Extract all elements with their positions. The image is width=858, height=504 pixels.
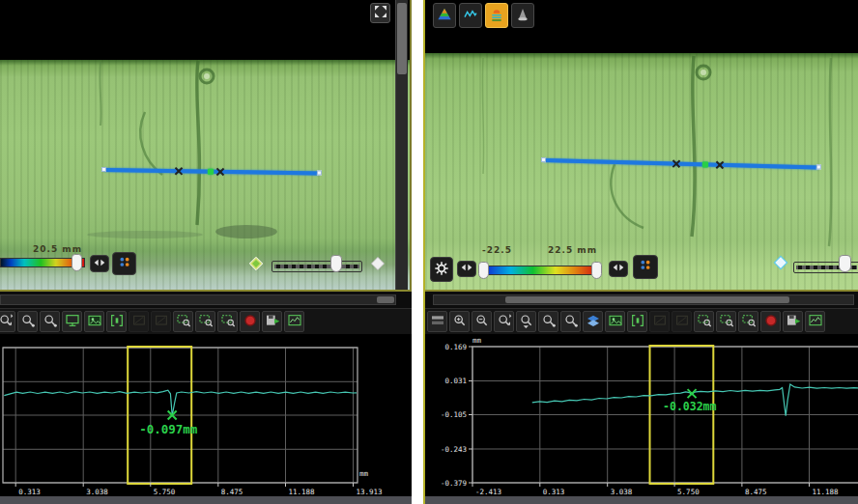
dots-icon xyxy=(638,258,653,276)
fit-screen-button[interactable] xyxy=(62,311,82,332)
measure-x-marker-2[interactable] xyxy=(715,160,725,170)
left-end-diamond[interactable] xyxy=(370,256,388,274)
grid-tool-button[interactable] xyxy=(427,311,447,332)
left-position-slider-thumb[interactable] xyxy=(330,255,342,272)
right-palette-button[interactable] xyxy=(633,255,658,279)
cone-3d-view-button[interactable] xyxy=(511,3,534,28)
zoom-area-button[interactable] xyxy=(560,311,581,332)
measure-x-marker-1[interactable] xyxy=(174,166,184,176)
right-scan-viewport[interactable]: -22.5 22.5 mm xyxy=(425,0,858,292)
height-map-view-button[interactable] xyxy=(433,3,456,28)
zoom-out-button[interactable] xyxy=(472,311,492,332)
right-hscroll-thumb[interactable] xyxy=(505,296,789,303)
magnifier-arrows-icon xyxy=(497,313,512,331)
arrows-h-icon xyxy=(611,260,626,278)
tool-disabled-2-button[interactable] xyxy=(151,311,171,332)
x-tick-label: 13.913 xyxy=(357,488,383,496)
left-vscroll-thumb[interactable] xyxy=(397,3,407,74)
record-button[interactable] xyxy=(760,311,781,332)
left-range-button[interactable] xyxy=(90,255,109,272)
left-vertical-scrollbar[interactable] xyxy=(395,0,408,290)
region-zoom-3-button[interactable] xyxy=(217,311,238,332)
x-tick-label: 5.750 xyxy=(154,488,176,496)
layer-profile-view-button[interactable] xyxy=(485,3,508,28)
export-button[interactable] xyxy=(262,311,282,332)
y-tick-label: 0.031 xyxy=(444,377,467,385)
region-zoom-2-button[interactable] xyxy=(195,311,215,332)
region-zoom-1-button[interactable] xyxy=(694,311,714,332)
y-tick-label: 0.169 xyxy=(444,343,467,351)
region-zoom-1-button[interactable] xyxy=(173,311,193,332)
zoomrect-green-icon xyxy=(719,313,734,331)
left-horizontal-scrollbar[interactable] xyxy=(0,294,396,305)
pan-zoom-button[interactable] xyxy=(494,311,514,332)
measure-x-marker-2[interactable] xyxy=(215,167,225,177)
region-zoom-3-button[interactable] xyxy=(738,311,758,332)
region-zoom-2-button[interactable] xyxy=(716,311,736,332)
x-tick-label: -2.413 xyxy=(475,488,501,496)
measure-endpoint-right[interactable] xyxy=(816,164,821,169)
right-bottom-strip xyxy=(425,496,858,504)
expand-view-button[interactable] xyxy=(370,3,390,23)
right-chart-canvas[interactable]: -0.032mm-2.4130.3133.0385.7508.47511.188… xyxy=(425,335,858,496)
right-color-scale-handle-min[interactable] xyxy=(478,262,489,279)
image-view-button[interactable] xyxy=(84,311,104,332)
right-profile-chart: -0.032mm-2.4130.3133.0385.7508.47511.188… xyxy=(425,335,858,496)
x-tick-label: 5.750 xyxy=(677,488,700,496)
record-button[interactable] xyxy=(240,311,260,332)
left-hscroll-thumb[interactable] xyxy=(377,296,394,303)
frame-view-button[interactable] xyxy=(106,311,127,332)
zoom-area-button[interactable] xyxy=(40,311,60,332)
image-view-button[interactable] xyxy=(605,311,625,332)
measure-endpoint-right[interactable] xyxy=(317,171,322,176)
right-view-panel: -22.5 22.5 mm -0.032mm-2.4130.313 xyxy=(423,0,858,504)
x-tick-label: 11.188 xyxy=(813,488,840,496)
magnifier-plus-icon xyxy=(452,313,468,331)
measurement-value: -0.032mm xyxy=(663,400,716,413)
measure-endpoint-left[interactable] xyxy=(101,167,106,172)
profile-line xyxy=(4,390,357,415)
profile-wave-view-button[interactable] xyxy=(459,3,482,28)
zoom-down-button[interactable] xyxy=(516,311,536,332)
gear-icon xyxy=(434,261,449,279)
export-button[interactable] xyxy=(783,311,803,332)
layers-view-button[interactable] xyxy=(583,311,603,332)
pan-zoom-button[interactable] xyxy=(0,311,15,332)
tool-disabled-1-button[interactable] xyxy=(129,311,149,332)
right-horizontal-scrollbar[interactable] xyxy=(433,294,854,305)
y-tick-label: -0.105 xyxy=(441,410,467,419)
left-position-diamond[interactable] xyxy=(248,256,267,274)
expand-icon xyxy=(373,4,388,22)
right-range-right-button[interactable] xyxy=(609,261,628,277)
magnifier-minus-icon xyxy=(474,313,490,331)
profile-chart-button[interactable] xyxy=(805,311,825,332)
tool-disabled-1-button[interactable] xyxy=(649,311,670,332)
zoom-in-button[interactable] xyxy=(449,311,470,332)
x-tick-label: 0.313 xyxy=(18,488,41,496)
zoomrect-green-icon xyxy=(697,313,712,331)
monitor-green-icon xyxy=(65,313,80,331)
record-red-icon xyxy=(763,313,779,331)
image-green-icon xyxy=(87,313,102,331)
right-color-scale[interactable] xyxy=(485,266,599,275)
diamond-cyan-icon xyxy=(773,256,788,274)
zoom-point-button[interactable] xyxy=(17,311,38,332)
profile-chart-button[interactable] xyxy=(284,311,304,332)
measure-x-marker-1[interactable] xyxy=(672,159,681,169)
right-color-scale-handle-max[interactable] xyxy=(591,262,602,279)
right-range-left-button[interactable] xyxy=(457,261,476,277)
rect-dim-icon xyxy=(674,313,690,331)
left-position-slider[interactable] xyxy=(272,261,362,272)
measure-endpoint-left[interactable] xyxy=(541,157,546,162)
frame-view-button[interactable] xyxy=(627,311,647,332)
left-palette-button[interactable] xyxy=(112,252,136,275)
tool-disabled-2-button[interactable] xyxy=(672,311,692,332)
zoom-point-button[interactable] xyxy=(538,311,558,332)
left-chart-canvas[interactable]: -0.097mm0.3133.0385.7508.47511.18813.913… xyxy=(0,335,412,496)
left-scan-viewport[interactable]: 20.5 mm xyxy=(0,0,412,292)
right-position-diamond[interactable] xyxy=(773,255,791,273)
magnifier-dot-icon xyxy=(20,313,36,331)
settings-button[interactable] xyxy=(430,257,453,282)
left-color-scale-handle[interactable] xyxy=(72,254,82,271)
right-position-slider-thumb[interactable] xyxy=(839,255,851,272)
